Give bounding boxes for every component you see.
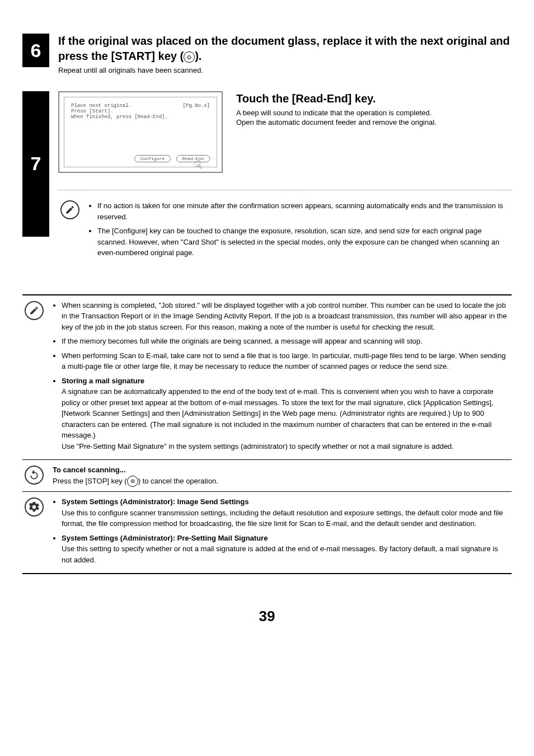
step-6-subtext: Repeat until all originals have been sca…	[58, 66, 512, 74]
settings-2-title: System Settings (Administrator): Pre-Set…	[62, 534, 268, 542]
cancel-body-post: ) to cancel the operation.	[138, 477, 218, 485]
step-7-note-1: If no action is taken for one minute aft…	[97, 200, 512, 222]
step-7-row: 7 Place next original. [Pg.No.x] Press […	[22, 91, 512, 266]
settings-1-body: Use this to configure scanner transmissi…	[62, 509, 503, 528]
step-6-title: If the original was placed on the docume…	[58, 34, 512, 64]
cancel-text: To cancel scanning... Press the [STOP] k…	[53, 464, 509, 487]
settings-item-2: System Settings (Administrator): Pre-Set…	[62, 533, 509, 566]
info-b1: When scanning is completed, "Job stored.…	[62, 300, 509, 333]
configure-button[interactable]: Configure	[134, 155, 171, 162]
lcd-screenshot: Place next original. [Pg.No.x] Press [St…	[58, 91, 223, 173]
settings-text: System Settings (Administrator): Image S…	[53, 496, 509, 569]
page-number: 39	[22, 608, 512, 625]
cancel-body: Press the [STOP] key (⊚) to cancel the o…	[53, 476, 509, 487]
info-note-row: When scanning is completed, "Job stored.…	[22, 295, 512, 460]
info-b4-title: Storing a mail signature	[62, 377, 144, 385]
dashed-separator	[58, 190, 512, 190]
cancel-back-icon	[25, 466, 44, 485]
step-number-column: 7	[22, 91, 49, 266]
step-7-upper: Place next original. [Pg.No.x] Press [St…	[58, 91, 512, 173]
settings-item-1: System Settings (Administrator): Image S…	[62, 496, 509, 529]
step-7-title: Touch the [Read-End] key.	[236, 91, 512, 106]
info-b2: If the memory becomes full while the ori…	[62, 336, 509, 347]
step-6-title-part1: If the original was placed on the docume…	[58, 35, 510, 62]
settings-2-body: Use this setting to specify whether or n…	[62, 544, 498, 564]
lcd-line3: When finished, press [Read-End].	[71, 114, 210, 120]
lcd-line2: Press [Start].	[71, 109, 210, 114]
info-b4: Storing a mail signature A signature can…	[62, 375, 509, 452]
pencil-note-icon	[25, 301, 44, 320]
cancel-title: To cancel scanning...	[53, 464, 509, 476]
step-6-number: 6	[22, 34, 49, 67]
step-7-desc1: A beep will sound to indicate that the o…	[236, 109, 512, 117]
step-7-note-text: If no action is taken for one minute aft…	[88, 200, 512, 262]
info-b3: When performing Scan to E-mail, take car…	[62, 350, 509, 372]
info-b4-body: A signature can be automatically appende…	[62, 387, 494, 450]
settings-row: System Settings (Administrator): Image S…	[22, 492, 512, 573]
step-7-right: Touch the [Read-End] key. A beep will so…	[236, 91, 512, 126]
info-box-section: When scanning is completed, "Job stored.…	[22, 294, 512, 575]
step-6-title-part2: ).	[195, 50, 202, 62]
pencil-note-icon	[60, 200, 79, 219]
cancel-row: To cancel scanning... Press the [STOP] k…	[22, 460, 512, 491]
step-7-note-row: If no action is taken for one minute aft…	[58, 197, 512, 266]
spacer	[22, 74, 512, 91]
step-7-desc2: Open the automatic document feeder and r…	[236, 118, 512, 126]
page-content: 6 If the original was placed on the docu…	[0, 0, 534, 647]
lcd-pgno: [Pg.No.x]	[182, 103, 210, 109]
settings-1-title: System Settings (Administrator): Image S…	[62, 497, 249, 506]
lcd-line1: Place next original.	[71, 103, 132, 109]
lcd-inner: Place next original. [Pg.No.x] Press [St…	[64, 97, 217, 167]
step-6-row: 6 If the original was placed on the docu…	[22, 34, 512, 74]
stop-key-icon: ⊚	[127, 476, 138, 487]
start-key-icon: ◇	[184, 51, 195, 63]
info-note-text: When scanning is completed, "Job stored.…	[53, 300, 509, 456]
step-7-note-2: The [Configure] key can be touched to ch…	[97, 226, 512, 259]
step-6-body: If the original was placed on the docume…	[49, 34, 512, 74]
step-7-number: 7	[22, 91, 49, 237]
gear-settings-icon	[25, 497, 44, 516]
cancel-body-pre: Press the [STOP] key (	[53, 477, 127, 485]
step-number-column: 6	[22, 34, 49, 67]
step-7-body: Place next original. [Pg.No.x] Press [St…	[49, 91, 512, 266]
